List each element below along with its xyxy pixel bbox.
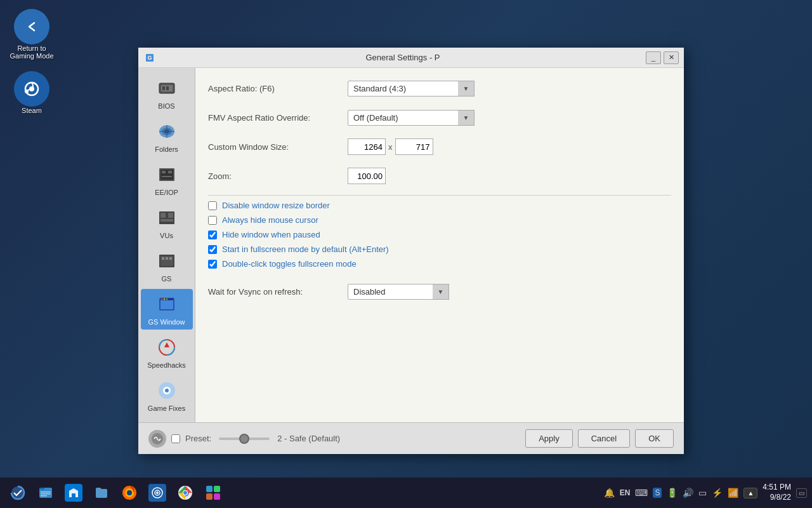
sidebar-folders-label: Folders xyxy=(155,145,178,153)
hide-paused-checkbox[interactable] xyxy=(208,231,217,239)
svg-rect-23 xyxy=(168,213,173,218)
dialog-titlebar: G General Settings - P _ ✕ xyxy=(138,48,684,68)
svg-rect-68 xyxy=(214,493,220,500)
svg-rect-22 xyxy=(160,213,166,218)
clock: 4:51 PM 9/8/22 xyxy=(763,483,791,502)
svg-rect-9 xyxy=(162,86,165,90)
svg-rect-24 xyxy=(160,219,173,222)
return-arrow-icon xyxy=(22,17,42,37)
ok-button[interactable]: OK xyxy=(635,429,674,448)
sidebar-item-game-fixes[interactable]: Game Fixes xyxy=(141,375,193,416)
start-fullscreen-label[interactable]: Start in fullscreen mode by default (Alt… xyxy=(222,244,389,254)
vsync-control: Disabled Enabled Adaptive ▼ xyxy=(348,284,671,300)
keyboard-icon[interactable]: ⌨ xyxy=(635,488,648,498)
language-icon[interactable]: EN xyxy=(620,488,631,497)
game-fixes-icon xyxy=(155,379,178,402)
battery-icon[interactable]: 🔋 xyxy=(667,488,678,498)
sidebar-item-speedhacks[interactable]: Speedhacks xyxy=(141,332,193,373)
taskbar-chrome[interactable] xyxy=(173,480,198,505)
eeiop-icon xyxy=(155,163,178,186)
files-icon xyxy=(93,484,110,502)
taskbar-firefox[interactable] xyxy=(117,480,142,505)
svg-rect-50 xyxy=(41,493,51,495)
disable-resize-checkbox[interactable] xyxy=(208,201,217,210)
aspect-ratio-label: Aspect Ratio: (F6) xyxy=(208,84,348,93)
taskbar-store[interactable] xyxy=(61,480,86,505)
sidebar-item-gs[interactable]: GS xyxy=(141,246,193,286)
aspect-ratio-select[interactable]: Standard (4:3) Widescreen (16:9) xyxy=(348,81,475,97)
preset-slider[interactable] xyxy=(219,438,270,440)
preset-icon xyxy=(148,430,166,448)
dbl-click-fullscreen-label[interactable]: Double-click toggles fullscreen mode xyxy=(222,259,357,269)
custom-window-row: Custom Window Size: x xyxy=(208,137,671,157)
fmv-select-wrapper: Off (Default) Standard (4:3) Widescreen … xyxy=(348,110,475,126)
sidebar-vus-label: VUs xyxy=(160,232,173,239)
volume-icon[interactable]: 🔊 xyxy=(683,488,693,498)
taskbar-right: 🔔 EN ⌨ S 🔋 🔊 ▭ ⚡ 📶 ▲ 4:51 PM 9/8/22 ▭ xyxy=(604,483,807,502)
svg-rect-29 xyxy=(169,257,172,260)
taskbar: 🔔 EN ⌨ S 🔋 🔊 ▭ ⚡ 📶 ▲ 4:51 PM 9/8/22 ▭ xyxy=(0,478,812,508)
hide-paused-label[interactable]: Hide window when paused xyxy=(222,230,320,239)
start-fullscreen-checkbox[interactable] xyxy=(208,245,217,254)
sidebar-item-vus[interactable]: VUs xyxy=(141,203,193,243)
vsync-label: Wait for Vsync on refresh: xyxy=(208,287,348,297)
firefox-icon xyxy=(121,484,138,502)
disable-resize-label[interactable]: Disable window resize border xyxy=(222,201,330,210)
sidebar-gs-window-label: GS Window xyxy=(148,318,185,326)
steam-desktop-label: Steam xyxy=(22,107,42,114)
aspect-ratio-select-wrapper: Standard (4:3) Widescreen (16:9) ▼ xyxy=(348,81,475,97)
sidebar-item-gs-window[interactable]: GS Window xyxy=(141,289,193,330)
sidebar-item-bios[interactable]: BIOS xyxy=(141,73,193,114)
hide-cursor-checkbox[interactable] xyxy=(208,216,217,225)
speedhacks-icon xyxy=(155,336,178,359)
hide-cursor-label[interactable]: Always hide mouse cursor xyxy=(222,215,318,225)
minimize-button[interactable]: _ xyxy=(646,51,661,64)
return-to-gaming-icon[interactable]: Return toGaming Mode xyxy=(6,6,57,62)
taskbar-file-manager[interactable] xyxy=(33,480,58,505)
preset-checkbox[interactable] xyxy=(171,434,180,443)
steam-taskbar-icon xyxy=(148,484,166,502)
window-width-input[interactable] xyxy=(348,138,386,155)
custom-window-control: x xyxy=(348,138,671,155)
taskbar-activities[interactable] xyxy=(5,480,30,505)
zoom-input[interactable] xyxy=(348,168,386,184)
close-button[interactable]: ✕ xyxy=(664,51,679,64)
dialog-title-text: General Settings - P xyxy=(160,53,646,62)
fmv-select[interactable]: Off (Default) Standard (4:3) Widescreen … xyxy=(348,110,475,126)
dbl-click-fullscreen-checkbox[interactable] xyxy=(208,260,217,269)
svg-rect-53 xyxy=(72,493,75,497)
sidebar-item-eeiop[interactable]: EE/IOP xyxy=(141,159,193,200)
folders-icon xyxy=(155,120,178,143)
cancel-button[interactable]: Cancel xyxy=(578,429,630,448)
steam-img xyxy=(14,71,49,107)
steam-tray-icon[interactable]: S xyxy=(653,488,662,498)
steam-desktop-icon[interactable]: Steam xyxy=(6,69,57,117)
vsync-select-wrapper: Disabled Enabled Adaptive ▼ xyxy=(348,284,449,300)
taskbar-steam[interactable] xyxy=(145,480,170,505)
sidebar-speedhacks-label: Speedhacks xyxy=(147,361,186,369)
taskbar-app7[interactable] xyxy=(200,480,226,505)
svg-rect-27 xyxy=(162,257,164,260)
sidebar-bios-label: BIOS xyxy=(158,102,174,110)
svg-point-64 xyxy=(183,491,187,495)
dialog-bottom-bar: Preset: 2 - Safe (Default) Apply Cancel … xyxy=(138,422,684,454)
notifications-icon[interactable]: 🔔 xyxy=(604,488,615,498)
window-height-input[interactable] xyxy=(395,138,433,155)
window-size-inputs: x xyxy=(348,138,433,155)
apply-button[interactable]: Apply xyxy=(525,429,573,448)
checkbox-disable-resize: Disable window resize border xyxy=(208,201,671,210)
sidebar-item-folders[interactable]: Folders xyxy=(141,116,193,157)
svg-point-40 xyxy=(165,389,169,392)
svg-point-35 xyxy=(166,298,167,300)
bluetooth-icon[interactable]: ⚡ xyxy=(712,488,723,498)
return-gaming-label: Return toGaming Mode xyxy=(10,44,53,60)
taskbar-files[interactable] xyxy=(89,480,114,505)
gs-icon xyxy=(155,250,178,272)
battery2-icon[interactable]: ▭ xyxy=(698,488,707,498)
show-desktop-icon[interactable]: ▭ xyxy=(796,488,807,498)
wifi-icon[interactable]: 📶 xyxy=(728,488,738,498)
show-hidden-button[interactable]: ▲ xyxy=(743,488,757,498)
steam-logo-icon xyxy=(20,77,43,100)
desktop-icons: Return toGaming Mode Steam xyxy=(6,6,57,117)
vsync-select[interactable]: Disabled Enabled Adaptive xyxy=(348,284,449,300)
